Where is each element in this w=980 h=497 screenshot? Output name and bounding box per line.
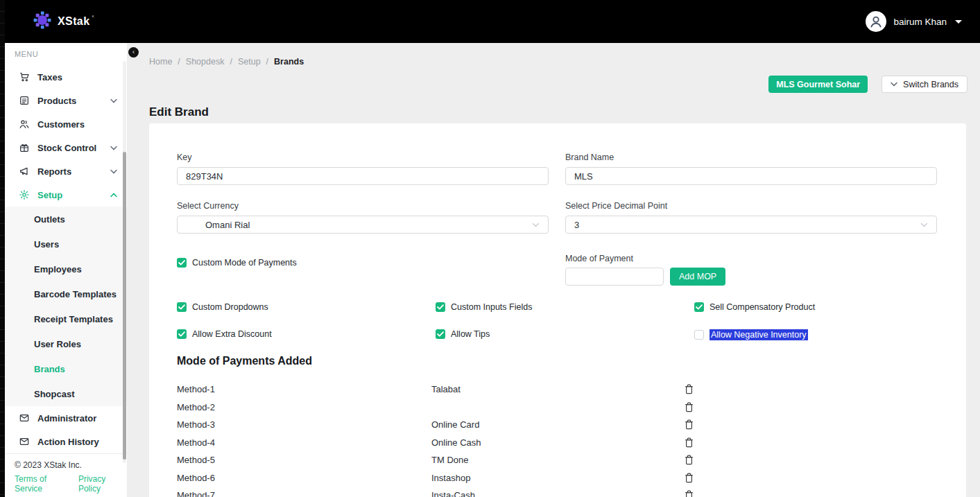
payment-name: Online Cash <box>431 434 481 452</box>
window-edge-strip <box>0 0 5 497</box>
trash-icon[interactable] <box>685 437 694 448</box>
sidebar-collapse-button[interactable]: ‹ <box>128 47 139 58</box>
envelope-icon <box>19 412 30 424</box>
sidebar-footer: © 2023 XStak Inc. Terms of Service Priva… <box>5 453 127 497</box>
brand-toolbar: MLS Gourmet Sohar Switch Brands <box>768 76 968 93</box>
decimal-point-value: 3 <box>566 220 579 230</box>
checkbox-checked-icon <box>177 329 187 339</box>
mode-of-payment-label: Mode of Payment <box>565 254 633 263</box>
decimal-point-select[interactable]: 3 <box>565 216 937 234</box>
sidebar-item-products[interactable]: Products <box>5 89 127 112</box>
sidebar-item-employees[interactable]: Employees <box>5 256 127 281</box>
sell-compensatory-product-checkbox[interactable]: Sell Compensatory Product <box>694 302 815 312</box>
page-title: Edit Brand <box>149 105 209 119</box>
trash-icon[interactable] <box>685 473 694 483</box>
brand-logo-text: XStak <box>58 15 89 28</box>
gear-icon <box>19 189 30 200</box>
payment-name: Talabat <box>431 381 461 399</box>
payment-row: Method-3 Online Card <box>177 416 940 434</box>
payment-row: Method-2 <box>177 399 940 417</box>
custom-mop-checkbox[interactable]: Custom Mode of Payments <box>177 258 297 268</box>
terms-of-service-link[interactable]: Terms of Service <box>15 474 73 494</box>
menu-section-label: MENU <box>5 43 127 58</box>
sidebar-item-administrator[interactable]: Administrator <box>5 406 127 430</box>
sidebar-item-stock-control[interactable]: Stock Control <box>5 136 127 159</box>
sidebar-item-label: Reports <box>37 166 71 177</box>
user-menu[interactable]: bairum Khan <box>866 11 962 32</box>
mode-of-payment-input[interactable] <box>565 268 664 286</box>
list-icon <box>19 95 30 106</box>
payment-method: Method-6 <box>177 469 215 487</box>
trash-icon[interactable] <box>685 490 694 497</box>
switch-brands-label: Switch Brands <box>903 80 958 89</box>
sidebar-item-receipt-templates[interactable]: Receipt Templates <box>5 306 127 331</box>
sidebar-scrollbar-thumb[interactable] <box>123 152 126 460</box>
payments-list: Method-1 Talabat Method-2 Method-3 Onlin… <box>177 381 940 497</box>
payment-method: Method-2 <box>177 399 215 417</box>
sidebar-item-label: Taxes <box>37 72 62 82</box>
custom-inputs-fields-label: Custom Inputs Fields <box>451 302 532 312</box>
trash-icon[interactable] <box>685 384 694 394</box>
megaphone-icon <box>19 166 30 177</box>
sidebar-item-outlets[interactable]: Outlets <box>5 207 127 232</box>
trash-icon[interactable] <box>685 455 694 465</box>
allow-extra-discount-checkbox[interactable]: Allow Extra Discount <box>177 329 272 339</box>
custom-mop-label: Custom Mode of Payments <box>192 258 297 268</box>
breadcrumb-separator: / <box>230 57 232 67</box>
brand-name-input[interactable] <box>565 167 937 185</box>
custom-inputs-fields-checkbox[interactable]: Custom Inputs Fields <box>436 302 532 312</box>
key-input[interactable] <box>177 167 549 185</box>
custom-dropdowns-checkbox[interactable]: Custom Dropdowns <box>177 302 268 312</box>
allow-tips-checkbox[interactable]: Allow Tips <box>436 329 490 339</box>
decimal-point-label: Select Price Decimal Point <box>565 201 667 211</box>
allow-negative-inventory-checkbox[interactable]: Allow Negative Inventory <box>694 329 808 340</box>
checkbox-checked-icon <box>177 258 187 268</box>
breadcrumb-setup[interactable]: Setup <box>238 57 261 67</box>
add-mop-button[interactable]: Add MOP <box>670 268 725 286</box>
currency-select[interactable]: Omani Rial <box>177 216 549 234</box>
chevron-up-icon <box>110 193 117 198</box>
switch-brands-button[interactable]: Switch Brands <box>882 76 968 93</box>
setup-submenu: Outlets Users Employees Barcode Template… <box>5 207 127 406</box>
sidebar-item-action-history[interactable]: Action History <box>5 430 127 453</box>
chevron-down-icon <box>891 82 897 87</box>
breadcrumb-home[interactable]: Home <box>149 57 172 67</box>
sidebar-item-label: Customers <box>37 119 85 130</box>
payment-row: Method-4 Online Cash <box>177 434 940 452</box>
gift-box-icon <box>19 142 30 153</box>
currency-label: Select Currency <box>177 201 239 211</box>
payment-row: Method-7 Insta-Cash <box>177 487 940 497</box>
payment-row: Method-1 Talabat <box>177 381 940 399</box>
envelope-icon <box>19 436 30 447</box>
chevron-down-icon <box>532 223 540 227</box>
payment-method: Method-4 <box>177 434 215 452</box>
sidebar-item-label: Administrator <box>37 413 96 424</box>
main-content: Home/ Shopdesk/ Setup/ Brands MLS Gourme… <box>127 43 980 497</box>
trash-icon[interactable] <box>685 419 694 430</box>
sidebar-item-reports[interactable]: Reports <box>5 159 127 183</box>
sidebar-item-brands[interactable]: Brands <box>5 356 127 381</box>
currency-value: Omani Rial <box>178 220 250 230</box>
copyright-text: © 2023 XStak Inc. <box>15 460 127 470</box>
payment-name: Instashop <box>431 469 470 487</box>
allow-negative-inventory-label: Allow Negative Inventory <box>710 329 808 340</box>
user-caret-down-icon <box>955 20 962 24</box>
allow-extra-discount-label: Allow Extra Discount <box>192 329 272 339</box>
sidebar-item-setup[interactable]: Setup <box>5 183 127 207</box>
breadcrumb-separator: / <box>266 57 268 67</box>
sidebar-item-shopcast[interactable]: Shopcast <box>5 381 127 406</box>
sidebar-item-barcode-templates[interactable]: Barcode Templates <box>5 281 127 306</box>
brand-name-label: Brand Name <box>565 152 614 162</box>
sidebar-item-customers[interactable]: Customers <box>5 112 127 136</box>
trademark-dot: ° <box>92 15 94 20</box>
trash-icon[interactable] <box>685 402 694 412</box>
checkbox-unchecked-icon <box>694 330 704 340</box>
sidebar-item-user-roles[interactable]: User Roles <box>5 331 127 356</box>
brand-logo[interactable]: XStak ° <box>33 11 94 32</box>
payment-name: Online Card <box>431 416 479 434</box>
checkbox-checked-icon <box>436 302 445 312</box>
privacy-policy-link[interactable]: Privacy Policy <box>78 474 127 494</box>
breadcrumb-shopdesk[interactable]: Shopdesk <box>186 57 225 67</box>
sidebar-item-taxes[interactable]: Taxes <box>5 65 127 89</box>
sidebar-item-users[interactable]: Users <box>5 232 127 256</box>
